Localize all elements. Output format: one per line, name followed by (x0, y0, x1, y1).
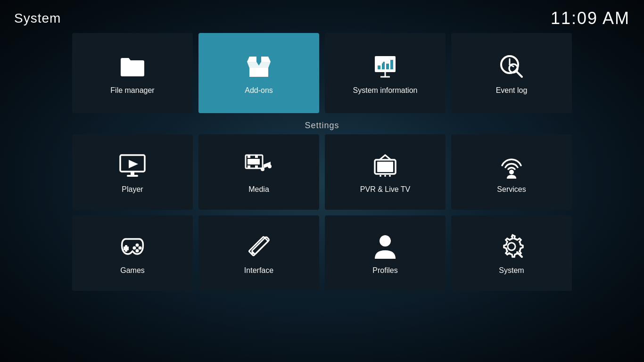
page-title: System (14, 11, 61, 26)
tile-file-manager[interactable]: File manager (72, 33, 193, 113)
settings-rows: Player (57, 134, 587, 291)
svg-rect-19 (255, 155, 258, 158)
interface-icon (244, 231, 274, 262)
svg-rect-15 (131, 172, 134, 175)
tile-add-ons[interactable]: Add-ons (198, 33, 319, 113)
tile-system-information[interactable]: System information (325, 33, 446, 113)
games-icon (117, 231, 148, 262)
profiles-label: Profiles (372, 266, 397, 275)
svg-point-24 (268, 165, 272, 168)
svg-rect-28 (377, 162, 393, 172)
media-label: Media (248, 185, 269, 194)
services-label: Services (497, 185, 526, 194)
tile-event-log[interactable]: Event log (451, 33, 572, 113)
page: System 11:09 AM File manager (0, 0, 644, 362)
pvr-icon (370, 150, 400, 181)
svg-point-29 (380, 175, 381, 177)
settings-row-1: Player (57, 134, 587, 210)
main-content: File manager (0, 33, 644, 362)
tile-pvr[interactable]: PVR & Live TV (325, 134, 446, 210)
games-label: Games (120, 266, 145, 275)
tile-profiles[interactable]: Profiles (325, 215, 446, 291)
svg-point-31 (389, 175, 391, 177)
add-ons-label: Add-ons (245, 86, 273, 95)
profiles-icon (370, 231, 400, 262)
svg-rect-34 (124, 247, 129, 250)
event-log-icon (496, 51, 527, 82)
svg-rect-6 (390, 60, 393, 69)
svg-rect-21 (255, 165, 258, 168)
settings-heading: Settings (57, 117, 587, 132)
svg-point-42 (380, 235, 391, 247)
system-label: System (499, 266, 524, 275)
pvr-label: PVR & Live TV (360, 185, 410, 194)
svg-point-37 (136, 249, 139, 253)
tile-services[interactable]: Services (451, 134, 572, 210)
svg-point-38 (133, 247, 136, 250)
svg-point-23 (261, 167, 264, 171)
system-information-label: System information (353, 86, 418, 95)
svg-point-36 (139, 247, 142, 250)
player-label: Player (122, 185, 143, 194)
interface-label: Interface (244, 266, 273, 275)
tile-player[interactable]: Player (72, 134, 193, 210)
settings-section: Settings (57, 117, 587, 291)
addons-icon (244, 51, 274, 82)
svg-rect-20 (248, 165, 250, 168)
svg-marker-14 (129, 160, 138, 168)
tile-media[interactable]: Media (198, 134, 319, 210)
top-row: File manager (57, 33, 587, 113)
folder-icon (117, 51, 148, 82)
system-info-icon (370, 51, 400, 82)
svg-rect-5 (386, 64, 389, 69)
svg-rect-18 (248, 155, 250, 158)
tile-interface[interactable]: Interface (198, 215, 319, 291)
svg-point-43 (508, 243, 515, 250)
system-settings-icon (496, 231, 527, 262)
tile-system[interactable]: System (451, 215, 572, 291)
svg-point-30 (384, 175, 386, 177)
svg-rect-16 (127, 175, 138, 177)
player-icon (117, 150, 148, 181)
event-log-label: Event log (496, 86, 528, 95)
media-icon (244, 150, 274, 181)
svg-rect-3 (378, 66, 380, 69)
svg-point-32 (509, 170, 514, 174)
tile-games[interactable]: Games (72, 215, 193, 291)
settings-row-2: Games (57, 215, 587, 291)
header: System 11:09 AM (0, 0, 644, 33)
svg-point-35 (136, 244, 139, 247)
clock: 11:09 AM (551, 8, 630, 28)
services-icon (496, 150, 527, 181)
svg-rect-22 (248, 159, 260, 165)
file-manager-label: File manager (110, 86, 154, 95)
